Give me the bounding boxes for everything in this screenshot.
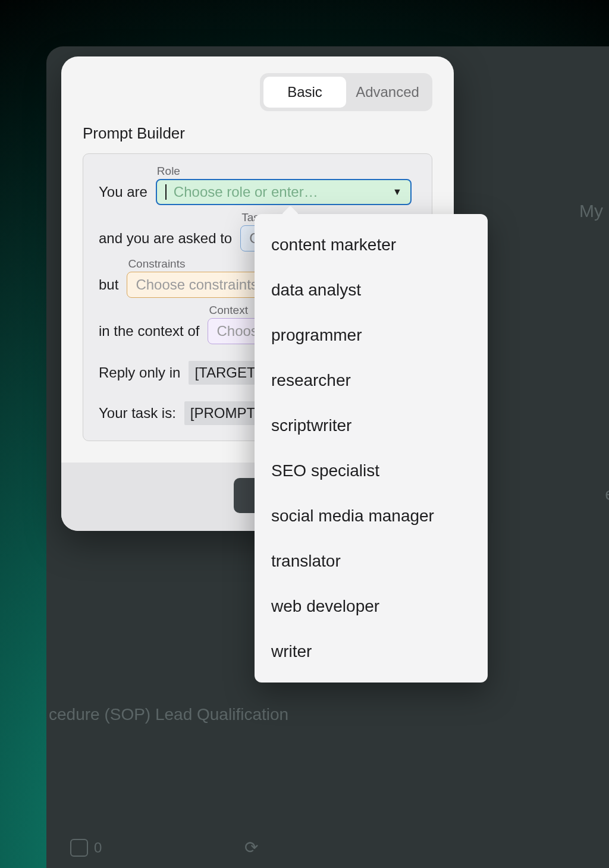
- label-in-context: in the context of: [99, 323, 199, 339]
- role-dropdown: content marketer data analyst programmer…: [255, 214, 488, 683]
- chevron-down-icon: ▼: [393, 187, 402, 197]
- bg-fragment: e C: [605, 484, 609, 504]
- dropdown-option[interactable]: web developer: [255, 584, 488, 629]
- token-prompt[interactable]: [PROMPT]: [184, 401, 265, 425]
- dropdown-option[interactable]: translator: [255, 539, 488, 584]
- thumb-count: 0: [94, 839, 102, 856]
- tab-basic[interactable]: Basic: [263, 77, 346, 108]
- dropdown-option[interactable]: writer: [255, 629, 488, 674]
- section-title: Prompt Builder: [83, 124, 432, 143]
- bg-fragment: cedure (SOP) Lead Qualification: [49, 705, 288, 724]
- label-you-are: You are: [99, 184, 147, 200]
- label-reply-only: Reply only in: [99, 364, 180, 381]
- refresh-icon: ⟳: [244, 838, 258, 857]
- dropdown-option[interactable]: data analyst: [255, 268, 488, 313]
- tab-advanced[interactable]: Advanced: [346, 77, 429, 108]
- constraints-placeholder: Choose constraints: [136, 276, 258, 293]
- dropdown-option[interactable]: social media manager: [255, 493, 488, 539]
- mode-tab-switch: Basic Advanced: [260, 73, 432, 111]
- label-and-asked: and you are asked to: [99, 230, 232, 247]
- field-label-constraints: Constraints: [128, 257, 185, 271]
- role-combobox[interactable]: Choose role or enter… ▼: [156, 179, 412, 205]
- dropdown-option[interactable]: scriptwriter: [255, 403, 488, 448]
- dropdown-option[interactable]: SEO specialist: [255, 448, 488, 493]
- dropdown-option[interactable]: content marketer: [255, 222, 488, 268]
- dropdown-option[interactable]: researcher: [255, 358, 488, 403]
- field-label-context: Context: [209, 304, 247, 317]
- field-label-role: Role: [157, 165, 180, 178]
- dropdown-option[interactable]: programmer: [255, 313, 488, 358]
- context-placeholder: Choos: [216, 323, 258, 339]
- role-placeholder: Choose role or enter…: [174, 184, 318, 200]
- bg-bottom-icons: 0 ⟳: [70, 838, 258, 857]
- text-cursor: [165, 184, 167, 200]
- bg-fragment: My Ma: [579, 201, 609, 221]
- label-your-task: Your task is:: [99, 405, 176, 422]
- label-but: but: [99, 276, 118, 293]
- thumbs-up-icon: [70, 839, 88, 857]
